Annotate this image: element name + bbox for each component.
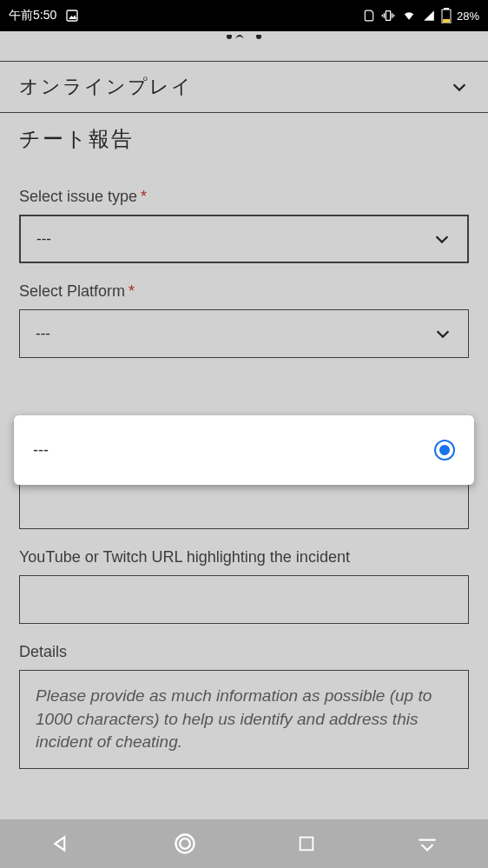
field-video-url: YouTube or Twitch URL highlighting the i… xyxy=(19,548,469,624)
accordion-label: オンラインプレイ xyxy=(19,74,193,100)
vibrate-icon xyxy=(380,9,396,23)
section-title-text: チート報告 xyxy=(19,127,134,150)
chevron-down-icon xyxy=(432,229,452,248)
svg-rect-0 xyxy=(67,10,77,21)
nav-back-button[interactable] xyxy=(50,832,73,855)
svg-point-10 xyxy=(180,838,190,849)
field-issue-type: Select issue type* --- xyxy=(19,188,469,263)
status-time: 午前5:50 xyxy=(9,8,56,23)
logo-icon xyxy=(214,31,274,47)
svg-point-7 xyxy=(256,35,261,39)
label-video-url: YouTube or Twitch URL highlighting the i… xyxy=(19,548,469,567)
sdcard-icon xyxy=(363,9,375,23)
statusbar: 午前5:50 28% xyxy=(0,0,488,31)
nav-ime-button[interactable] xyxy=(416,832,439,855)
nav-recent-button[interactable] xyxy=(297,834,316,853)
label-details: Details xyxy=(19,643,469,661)
label-platform: Select Platform* xyxy=(19,282,469,301)
accordion-online-play[interactable]: オンラインプレイ xyxy=(0,61,488,112)
signal-icon xyxy=(422,10,436,22)
page-header xyxy=(0,31,488,61)
system-navbar xyxy=(0,819,488,868)
svg-marker-1 xyxy=(69,15,76,19)
required-asterisk: * xyxy=(141,188,147,205)
svg-point-9 xyxy=(175,835,194,853)
svg-rect-2 xyxy=(386,11,390,21)
field-platform: Select Platform* --- xyxy=(19,282,469,358)
battery-pct: 28% xyxy=(457,10,479,23)
svg-point-6 xyxy=(227,35,232,39)
picker-option-label: --- xyxy=(33,441,49,460)
section-cheat-report: チート報告 xyxy=(0,112,488,162)
textarea-details[interactable]: Please provide as much information as po… xyxy=(19,670,469,769)
field-details: Details Please provide as much informati… xyxy=(19,643,469,769)
picker-option[interactable]: --- xyxy=(14,415,474,485)
wifi-icon xyxy=(401,10,417,22)
chevron-down-icon xyxy=(433,324,452,343)
label-issue-type: Select issue type* xyxy=(19,188,469,206)
required-asterisk: * xyxy=(129,282,135,300)
select-picker-dialog[interactable]: --- xyxy=(14,415,474,485)
input-offender-handle[interactable] xyxy=(19,480,469,529)
chevron-down-icon xyxy=(450,77,469,96)
select-value: --- xyxy=(36,325,50,342)
input-video-url[interactable] xyxy=(19,575,469,624)
picture-icon xyxy=(65,9,79,23)
svg-rect-5 xyxy=(443,19,450,23)
select-platform[interactable]: --- xyxy=(19,309,469,358)
svg-rect-11 xyxy=(300,838,313,851)
radio-selected-icon xyxy=(434,440,455,461)
select-value: --- xyxy=(36,230,51,248)
nav-home-button[interactable] xyxy=(173,832,197,856)
select-issue-type[interactable]: --- xyxy=(19,215,469,263)
details-placeholder: Please provide as much information as po… xyxy=(36,686,432,751)
svg-marker-8 xyxy=(55,837,64,850)
battery-icon xyxy=(441,8,452,23)
